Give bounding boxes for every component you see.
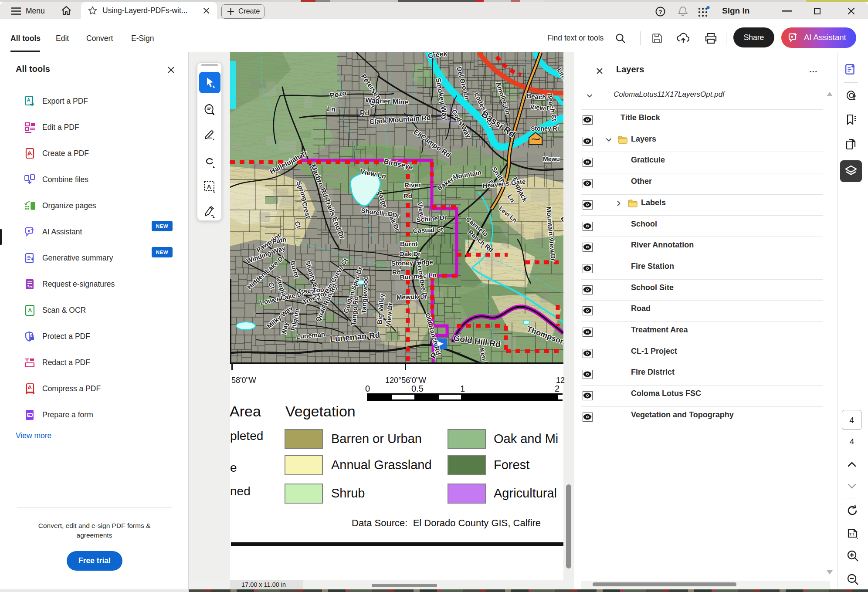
svg-text:Mewu: Mewu bbox=[543, 156, 560, 162]
svg-text:Stoney Ridge: Stoney Ridge bbox=[391, 258, 433, 267]
svg-text:A: A bbox=[28, 307, 32, 314]
svg-text:A: A bbox=[27, 98, 30, 102]
svg-text:A: A bbox=[207, 183, 211, 190]
svg-text:Rd: Rd bbox=[403, 192, 412, 200]
svg-text:?: ? bbox=[659, 9, 662, 15]
svg-text:Stoney Ri: Stoney Ri bbox=[531, 125, 559, 132]
svg-text:Burnt: Burnt bbox=[400, 240, 417, 247]
svg-text:Oak Dr: Oak Dr bbox=[399, 250, 420, 257]
svg-text:Casual Ct: Casual Ct bbox=[413, 225, 443, 234]
svg-text:River: River bbox=[404, 181, 421, 189]
svg-text:Rd: Rd bbox=[360, 109, 369, 117]
svg-text:1:1: 1:1 bbox=[849, 532, 855, 536]
svg-text:Ln: Ln bbox=[327, 105, 336, 113]
svg-text:Mewuk Dr: Mewuk Dr bbox=[397, 293, 428, 301]
